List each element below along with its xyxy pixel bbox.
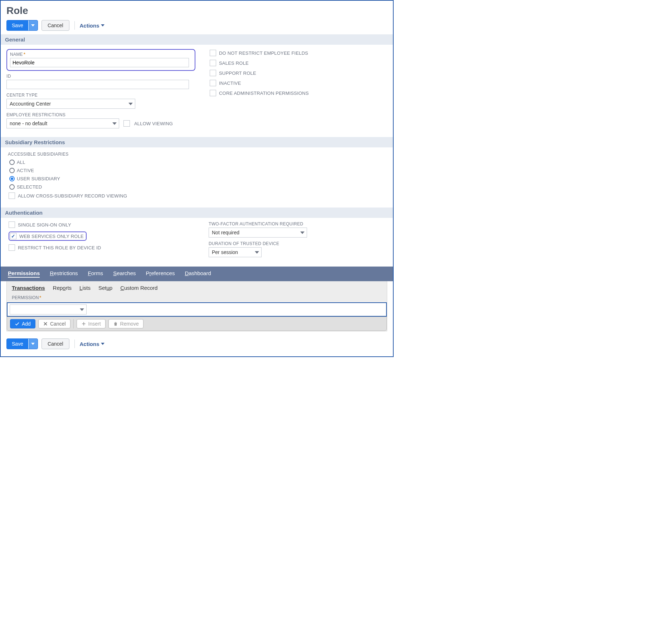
core-admin-label: CORE ADMINISTRATION PERMISSIONS — [219, 91, 309, 96]
tfa-value: Not required — [212, 230, 239, 235]
row-cancel-label: Cancel — [50, 321, 66, 327]
required-asterisk: * — [24, 52, 25, 57]
chevron-down-icon — [31, 343, 35, 345]
chevron-down-icon — [112, 122, 117, 125]
allow-cross-subsidiary-checkbox[interactable] — [9, 192, 15, 199]
subtab-setup[interactable]: Setup — [98, 285, 112, 291]
radio-all[interactable] — [9, 160, 15, 165]
role-page: Role Save Cancel Actions General NAME* — [0, 0, 394, 357]
footer-save-button[interactable]: Save — [6, 338, 38, 349]
support-role-checkbox[interactable] — [210, 70, 216, 76]
id-field: ID — [6, 74, 195, 89]
general-right-col: DO NOT RESTRICT EMPLOYEE FIELDS SALES RO… — [210, 49, 387, 132]
emp-restrictions-field: EMPLOYEE RESTRICTIONS none - no default … — [6, 112, 195, 128]
permission-label: PERMISSION — [12, 295, 39, 300]
center-type-field: CENTER TYPE Accounting Center — [6, 93, 195, 109]
row-cancel-button[interactable]: Cancel — [38, 319, 70, 328]
subtab-custom-record[interactable]: Custom Record — [120, 285, 157, 291]
tfa-label: TWO-FACTOR AUTHENTICATION REQUIRED — [209, 221, 387, 226]
footer-save-label: Save — [7, 341, 28, 347]
name-highlight: NAME* — [6, 49, 195, 71]
footer-actions-label: Actions — [80, 341, 99, 347]
cancel-button[interactable]: Cancel — [42, 20, 69, 31]
subtab-lists[interactable]: Lists — [79, 285, 91, 291]
permission-select[interactable] — [10, 304, 87, 314]
radio-selected-label: SELECTED — [17, 184, 42, 190]
center-type-value: Accounting Center — [10, 101, 51, 107]
chevron-down-icon — [300, 231, 305, 234]
tfa-select[interactable]: Not required — [209, 228, 307, 238]
restrict-device-checkbox[interactable] — [9, 244, 15, 251]
plus-icon — [81, 321, 86, 326]
save-button-label: Save — [7, 23, 28, 28]
subtab-transactions[interactable]: Transactions — [12, 285, 45, 291]
web-services-checkbox[interactable] — [10, 233, 16, 239]
web-services-highlight: WEB SERVICES ONLY ROLE — [9, 231, 87, 241]
add-button[interactable]: Add — [10, 319, 35, 328]
inactive-label: INACTIVE — [219, 80, 241, 86]
footer-save-split-button[interactable] — [28, 339, 38, 349]
add-label: Add — [22, 321, 31, 327]
separator — [74, 21, 75, 30]
insert-button[interactable]: Insert — [77, 319, 106, 328]
section-authentication-header: Authentication — [1, 208, 393, 218]
chevron-down-icon — [31, 24, 35, 26]
footer-cancel-button[interactable]: Cancel — [42, 338, 69, 349]
tab-preferences[interactable]: Preferences — [146, 270, 175, 278]
remove-button[interactable]: Remove — [108, 319, 143, 328]
save-split-button[interactable] — [28, 20, 38, 30]
auth-right-col: TWO-FACTOR AUTHENTICATION REQUIRED Not r… — [209, 221, 387, 261]
emp-restrictions-label: EMPLOYEE RESTRICTIONS — [6, 112, 195, 117]
allow-viewing-label: ALLOW VIEWING — [134, 121, 173, 126]
chevron-down-icon — [255, 251, 259, 254]
id-input[interactable] — [6, 80, 189, 89]
trusted-duration-select[interactable]: Per session — [209, 247, 262, 257]
footer-actions-menu[interactable]: Actions — [80, 341, 104, 347]
allow-cross-subsidiary-label: ALLOW CROSS-SUBSIDIARY RECORD VIEWING — [18, 193, 127, 199]
trash-icon — [113, 321, 118, 326]
radio-active-label: ACTIVE — [17, 168, 34, 173]
tab-forms[interactable]: Forms — [88, 270, 103, 278]
auth-left-col: SINGLE SIGN-ON ONLY WEB SERVICES ONLY RO… — [9, 221, 187, 261]
sales-role-checkbox[interactable] — [210, 60, 216, 66]
actions-menu[interactable]: Actions — [80, 23, 104, 29]
tab-searches[interactable]: Searches — [113, 270, 136, 278]
tab-dashboard[interactable]: Dashboard — [185, 270, 211, 278]
permission-action-bar: Add Cancel Insert Remove — [7, 317, 387, 331]
subtabs-panel: Transactions Reports Lists Setup Custom … — [6, 281, 387, 331]
id-label: ID — [6, 74, 195, 79]
radio-active[interactable] — [9, 168, 15, 173]
inactive-checkbox[interactable] — [210, 80, 216, 86]
section-authentication-body: SINGLE SIGN-ON ONLY WEB SERVICES ONLY RO… — [1, 218, 393, 267]
tab-permissions[interactable]: Permissions — [8, 270, 40, 278]
no-restrict-emp-checkbox[interactable] — [210, 50, 216, 56]
permission-input-row — [7, 302, 387, 317]
radio-user-subsidiary-label: USER SUBSIDIARY — [17, 176, 60, 181]
accessible-subsidiaries-label: ACCESSIBLE SUBSIDIARIES — [8, 152, 386, 157]
top-toolbar: Save Cancel Actions — [6, 20, 387, 31]
allow-viewing-checkbox[interactable] — [123, 120, 130, 127]
chevron-down-icon — [80, 308, 84, 311]
trusted-duration-value: Per session — [212, 249, 238, 255]
radio-all-label: ALL — [17, 160, 25, 165]
no-restrict-emp-label: DO NOT RESTRICT EMPLOYEE FIELDS — [219, 50, 308, 56]
tabs-secondary: Transactions Reports Lists Setup Custom … — [7, 281, 387, 294]
name-input[interactable] — [10, 58, 189, 67]
chevron-down-icon — [128, 103, 133, 105]
sso-checkbox[interactable] — [9, 221, 15, 228]
emp-restrictions-select[interactable]: none - no default — [6, 118, 119, 128]
actions-label: Actions — [80, 23, 99, 29]
subtab-reports[interactable]: Reports — [53, 285, 72, 291]
radio-user-subsidiary[interactable] — [9, 176, 15, 181]
restrict-device-label: RESTRICT THIS ROLE BY DEVICE ID — [18, 245, 101, 250]
center-type-select[interactable]: Accounting Center — [6, 99, 135, 109]
radio-selected[interactable] — [9, 184, 15, 190]
separator — [73, 319, 74, 328]
core-admin-checkbox[interactable] — [210, 90, 216, 96]
name-label: NAME* — [10, 52, 191, 57]
center-type-label: CENTER TYPE — [6, 93, 195, 98]
save-button[interactable]: Save — [6, 20, 38, 31]
tab-restrictions[interactable]: Restrictions — [50, 270, 78, 278]
support-role-label: SUPPORT ROLE — [219, 70, 256, 76]
web-services-label: WEB SERVICES ONLY ROLE — [19, 234, 84, 239]
